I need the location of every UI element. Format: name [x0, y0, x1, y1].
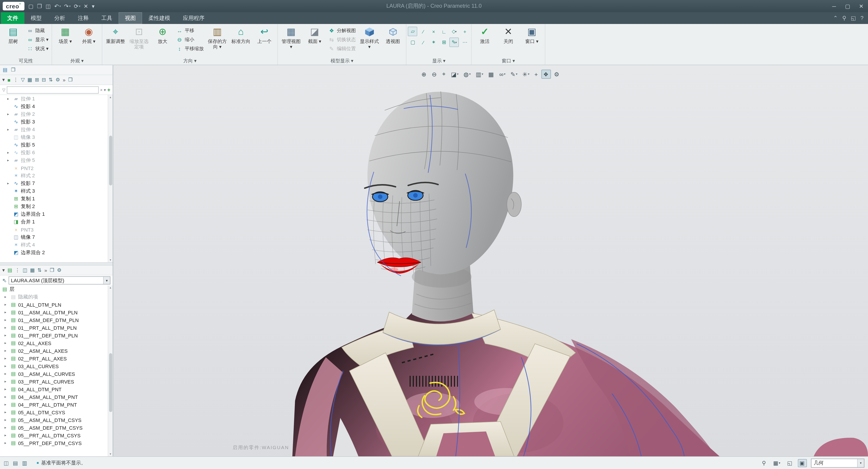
ribbon-tab[interactable]: 注释 [71, 12, 95, 24]
layer-toolbar-button[interactable]: ▤ [7, 267, 12, 273]
quick-access-button[interactable]: ↶▾ [54, 3, 61, 9]
layer-item[interactable]: ▸ ▤ 02__PRT_ALL_AXES [0, 355, 108, 362]
expand-arrow-icon[interactable]: ▸ [4, 310, 9, 314]
layer-item[interactable]: ▸ ▤ 02__ASM_ALL_AXES [0, 347, 108, 355]
model-tree-item[interactable]: ✶ 样式 4 [0, 241, 108, 249]
model-tree-item[interactable]: ▸ ▰ 拉伸 5 [0, 157, 108, 164]
navigator-tab-icon[interactable]: ▤ [3, 67, 7, 73]
close-button[interactable]: ✕ [855, 0, 868, 12]
maximize-button[interactable]: ▢ [841, 0, 855, 12]
layer-item[interactable]: ▸ ▤ 05__PRT_ALL_DTM_CSYS [0, 432, 108, 439]
expand-arrow-icon[interactable]: ▸ [4, 441, 9, 445]
tree-toolbar-button[interactable]: ⊟ [42, 77, 46, 83]
tree-filter-input[interactable] [7, 86, 99, 93]
tree-toolbar-button[interactable]: ⊞ [35, 77, 39, 83]
panel-splitter[interactable] [0, 262, 113, 266]
layer-item[interactable]: ▸ ▤ 02_ALL_AXES [0, 339, 108, 347]
expand-arrow-icon[interactable]: ▸ [4, 433, 9, 437]
layer-root-item[interactable]: ▤ 层 [0, 286, 108, 293]
quick-access-button[interactable]: ↷▾ [64, 3, 71, 9]
standard-orientation-button[interactable]: ⌂ 标准方向 [229, 25, 252, 55]
scene-button[interactable]: ▦ 场景 ▾ [53, 25, 77, 55]
ribbon-tab[interactable]: 应用程序 [177, 12, 211, 24]
status-button[interactable]: ∷状况 ▾ [25, 44, 50, 54]
model-tree-scrollbar[interactable]: ▴▾ [108, 95, 113, 262]
model-tree-item[interactable]: ⊞ 复制 1 [0, 195, 108, 203]
edit-position-button[interactable]: ✎编辑位置 [326, 44, 358, 54]
expand-arrow-icon[interactable]: ▸ [4, 372, 9, 376]
perspective-button[interactable]: 透视图 [381, 25, 405, 55]
layer-toolbar-button[interactable]: ◫ [23, 267, 27, 273]
layer-item[interactable]: ▸ ▤ 隐藏的项 [0, 293, 108, 301]
expand-arrow-icon[interactable]: ▸ [4, 403, 9, 407]
ribbon-tab[interactable]: 文件 [1, 12, 25, 24]
expand-arrow-icon[interactable]: ▸ [4, 426, 9, 430]
tree-toolbar-button[interactable]: ▽ [21, 77, 25, 83]
filter-clear-icon[interactable]: × [100, 88, 102, 92]
quick-access-button[interactable]: ▢ [28, 3, 34, 9]
model-tree-item[interactable]: ▸ ∿ 投影 7 [0, 179, 108, 187]
layer-toolbar-button[interactable]: ⋮ [15, 267, 20, 273]
refit-button[interactable]: ⌖ 重新调整 [104, 25, 127, 55]
display-toggle[interactable]: ⋯ [460, 37, 469, 47]
status-tool-button[interactable]: ◱ [785, 459, 795, 467]
graphics-tool-button[interactable]: ◪▾ [449, 70, 461, 79]
quick-access-button[interactable]: ⟳▾ [74, 3, 80, 9]
graphics-tool-button[interactable]: ✎▾ [509, 70, 519, 79]
zoom-to-selected-button[interactable]: ⊡ 缩放至选定项 [127, 25, 151, 55]
layer-item[interactable]: ▸ ▤ 04__PRT_ALL_DTM_PNT [0, 401, 108, 408]
graphics-tool-button[interactable]: ▦ [487, 70, 496, 79]
layer-item[interactable]: ▸ ▤ 05__PRT_DEF_DTM_CSYS [0, 439, 108, 447]
display-style-button[interactable]: 显示样式 ▾ [358, 25, 381, 55]
expand-arrow-icon[interactable]: ▸ [4, 349, 9, 353]
combo-dropdown-icon[interactable]: ▼ [103, 277, 110, 284]
selection-filter-select[interactable]: 几何 ▾ [811, 458, 864, 467]
graphics-tool-button[interactable]: ❖ [541, 70, 551, 79]
expand-arrow-icon[interactable]: ▸ [7, 158, 11, 162]
graphics-tool-button[interactable]: ✳▾ [521, 70, 531, 79]
model-tree-item[interactable]: ◫ 镜像 7 [0, 233, 108, 241]
expand-arrow-icon[interactable]: ▸ [4, 418, 9, 422]
layer-toolbar-button[interactable]: ⚙ [57, 267, 62, 273]
tabbar-tool[interactable]: ◱ [851, 15, 856, 21]
model-tree-item[interactable]: ◩ 边界混合 2 [0, 249, 108, 257]
graphics-tool-button[interactable]: ⊕ [420, 70, 429, 79]
filter-add-icon[interactable]: + [107, 87, 111, 93]
expand-arrow-icon[interactable]: ▸ [4, 410, 9, 414]
explode-view-button[interactable]: ❖分解视图 [326, 26, 358, 35]
layer-item[interactable]: ▸ ▤ 01__ASM_ALL_DTM_PLN [0, 308, 108, 316]
display-toggle[interactable]: ∟ [439, 27, 448, 36]
tree-toolbar-button[interactable]: ▾ [2, 77, 5, 83]
model-tree-item[interactable]: ▸ ▰ 拉伸 4 [0, 126, 108, 133]
display-toggle[interactable]: ▢ [408, 37, 417, 47]
expand-arrow-icon[interactable]: ▸ [4, 295, 9, 299]
display-toggle[interactable]: + [460, 27, 469, 36]
pan-button[interactable]: ↔平移 [174, 26, 206, 35]
model-tree-item[interactable]: ◩ 边界混合 1 [0, 210, 108, 218]
minimize-button[interactable]: ─ [827, 0, 841, 12]
display-toggle[interactable]: × [429, 27, 438, 36]
status-tool-button[interactable]: ▣ [798, 459, 807, 467]
expand-arrow-icon[interactable]: ▸ [4, 364, 9, 368]
model-tree-item[interactable]: × PNT2 [0, 164, 108, 172]
appearances-button[interactable]: ◉ 外观 ▾ [77, 25, 100, 55]
zoom-out-button[interactable]: ⊖缩小 [174, 35, 206, 44]
quick-access-button[interactable]: ❐ [37, 3, 42, 9]
layer-toolbar-button[interactable]: » [44, 268, 47, 273]
expand-arrow-icon[interactable]: ▸ [4, 395, 9, 399]
layer-item[interactable]: ▸ ▤ 04__ASM_ALL_DTM_PNT [0, 393, 108, 401]
tabbar-tool[interactable]: ⌃ [833, 15, 838, 21]
layer-item[interactable]: ▸ ▤ 04_ALL_DTM_PNT [0, 385, 108, 393]
tree-toolbar-button[interactable]: ❐ [68, 77, 73, 83]
layer-tree-button[interactable]: ▤ 层树 [1, 25, 25, 55]
graphics-area[interactable]: ⊕ ⊖ ⌖ ◪▾ ◍▾ ▥▾ ▦ ∞▾ ✎▾ ✳▾ + ❖ [113, 65, 868, 456]
expand-arrow-icon[interactable]: ▸ [4, 387, 9, 391]
layer-item[interactable]: ▸ ▤ 01__PRT_DEF_DTM_PLN [0, 332, 108, 339]
quick-access-button[interactable]: ◫ [45, 3, 51, 9]
model-tree-item[interactable]: ⊞ 复制 2 [0, 203, 108, 210]
ribbon-tab[interactable]: 视图 [119, 12, 142, 24]
status-tool-button[interactable]: ⚲ [760, 459, 768, 467]
model-tree-item[interactable]: ▸ ∿ 投影 6 [0, 149, 108, 157]
model-tree-item[interactable]: ◨ 合并 1 [0, 218, 108, 226]
tree-toolbar-button[interactable]: ⋮ [13, 77, 18, 83]
